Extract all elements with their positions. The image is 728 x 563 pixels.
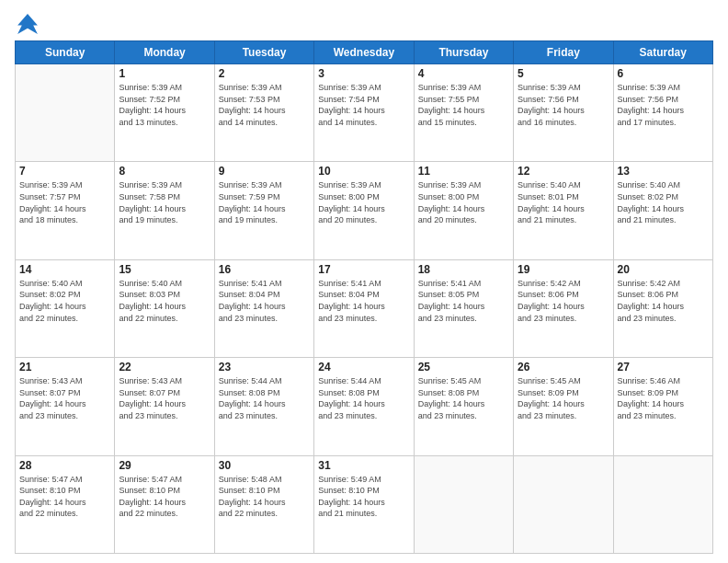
calendar-cell: 27Sunrise: 5:46 AM Sunset: 8:09 PM Dayli…	[613, 358, 712, 455]
calendar-cell: 16Sunrise: 5:41 AM Sunset: 8:04 PM Dayli…	[214, 259, 313, 357]
day-header-wednesday: Wednesday	[314, 41, 414, 64]
day-header-tuesday: Tuesday	[214, 41, 313, 64]
day-number: 26	[518, 361, 609, 373]
calendar-cell: 20Sunrise: 5:42 AM Sunset: 8:06 PM Dayli…	[613, 259, 712, 357]
day-number: 17	[318, 263, 409, 276]
day-info: Sunrise: 5:42 AM Sunset: 8:06 PM Dayligh…	[618, 278, 709, 324]
calendar-cell: 13Sunrise: 5:40 AM Sunset: 8:02 PM Dayli…	[613, 162, 712, 259]
day-info: Sunrise: 5:47 AM Sunset: 8:10 PM Dayligh…	[19, 474, 110, 520]
calendar-cell: 30Sunrise: 5:48 AM Sunset: 8:10 PM Dayli…	[214, 455, 313, 553]
day-info: Sunrise: 5:39 AM Sunset: 7:59 PM Dayligh…	[219, 179, 310, 225]
svg-marker-0	[17, 14, 38, 34]
day-info: Sunrise: 5:39 AM Sunset: 7:58 PM Dayligh…	[119, 179, 210, 225]
day-number: 10	[318, 165, 409, 178]
day-info: Sunrise: 5:39 AM Sunset: 7:56 PM Dayligh…	[618, 82, 709, 128]
day-info: Sunrise: 5:39 AM Sunset: 7:55 PM Dayligh…	[418, 82, 509, 128]
day-info: Sunrise: 5:46 AM Sunset: 8:09 PM Dayligh…	[618, 375, 709, 421]
day-number: 7	[19, 165, 110, 178]
day-info: Sunrise: 5:47 AM Sunset: 8:10 PM Dayligh…	[119, 474, 210, 520]
day-info: Sunrise: 5:42 AM Sunset: 8:06 PM Dayligh…	[518, 278, 609, 324]
day-info: Sunrise: 5:43 AM Sunset: 8:07 PM Dayligh…	[119, 375, 210, 421]
day-header-sunday: Sunday	[16, 41, 115, 64]
calendar-cell: 10Sunrise: 5:39 AM Sunset: 8:00 PM Dayli…	[314, 162, 414, 259]
logo	[15, 11, 44, 37]
calendar-cell: 9Sunrise: 5:39 AM Sunset: 7:59 PM Daylig…	[214, 162, 313, 259]
calendar-cell: 22Sunrise: 5:43 AM Sunset: 8:07 PM Dayli…	[115, 358, 214, 455]
day-info: Sunrise: 5:40 AM Sunset: 8:02 PM Dayligh…	[19, 278, 110, 324]
header	[15, 11, 713, 37]
day-number: 28	[19, 459, 110, 472]
day-number: 29	[119, 459, 210, 472]
day-number: 5	[518, 67, 609, 80]
day-info: Sunrise: 5:44 AM Sunset: 8:08 PM Dayligh…	[318, 375, 409, 421]
calendar-header: SundayMondayTuesdayWednesdayThursdayFrid…	[16, 41, 713, 64]
logo-icon	[15, 11, 40, 37]
day-number: 18	[418, 263, 509, 276]
calendar-cell: 1Sunrise: 5:39 AM Sunset: 7:52 PM Daylig…	[115, 64, 214, 162]
day-info: Sunrise: 5:43 AM Sunset: 8:07 PM Dayligh…	[19, 375, 110, 421]
calendar-cell: 8Sunrise: 5:39 AM Sunset: 7:58 PM Daylig…	[115, 162, 214, 259]
day-info: Sunrise: 5:39 AM Sunset: 7:57 PM Dayligh…	[19, 179, 110, 225]
calendar-cell: 11Sunrise: 5:39 AM Sunset: 8:00 PM Dayli…	[414, 162, 513, 259]
calendar-cell: 28Sunrise: 5:47 AM Sunset: 8:10 PM Dayli…	[16, 455, 115, 553]
header-row: SundayMondayTuesdayWednesdayThursdayFrid…	[16, 41, 713, 64]
day-info: Sunrise: 5:40 AM Sunset: 8:01 PM Dayligh…	[518, 179, 609, 225]
calendar-cell: 2Sunrise: 5:39 AM Sunset: 7:53 PM Daylig…	[214, 64, 313, 162]
day-info: Sunrise: 5:40 AM Sunset: 8:02 PM Dayligh…	[618, 179, 709, 225]
day-number: 1	[119, 67, 210, 80]
day-number: 11	[418, 165, 509, 178]
calendar-cell: 23Sunrise: 5:44 AM Sunset: 8:08 PM Dayli…	[214, 358, 313, 455]
day-number: 22	[119, 361, 210, 373]
calendar-cell	[514, 455, 613, 553]
calendar-cell: 12Sunrise: 5:40 AM Sunset: 8:01 PM Dayli…	[514, 162, 613, 259]
calendar-cell: 31Sunrise: 5:49 AM Sunset: 8:10 PM Dayli…	[314, 455, 414, 553]
calendar-cell: 25Sunrise: 5:45 AM Sunset: 8:08 PM Dayli…	[414, 358, 513, 455]
day-number: 12	[518, 165, 609, 178]
day-number: 13	[618, 165, 709, 178]
calendar-cell: 17Sunrise: 5:41 AM Sunset: 8:04 PM Dayli…	[314, 259, 414, 357]
day-header-thursday: Thursday	[414, 41, 513, 64]
day-info: Sunrise: 5:49 AM Sunset: 8:10 PM Dayligh…	[318, 474, 409, 520]
calendar-cell: 4Sunrise: 5:39 AM Sunset: 7:55 PM Daylig…	[414, 64, 513, 162]
day-number: 25	[418, 361, 509, 373]
day-number: 2	[219, 67, 310, 80]
day-header-monday: Monday	[115, 41, 214, 64]
calendar-cell	[613, 455, 712, 553]
day-number: 24	[318, 361, 409, 373]
calendar-body: 1Sunrise: 5:39 AM Sunset: 7:52 PM Daylig…	[16, 64, 713, 554]
calendar-cell: 5Sunrise: 5:39 AM Sunset: 7:56 PM Daylig…	[514, 64, 613, 162]
calendar-week-row: 1Sunrise: 5:39 AM Sunset: 7:52 PM Daylig…	[16, 64, 713, 162]
day-number: 30	[219, 459, 310, 472]
day-info: Sunrise: 5:41 AM Sunset: 8:04 PM Dayligh…	[318, 278, 409, 324]
day-info: Sunrise: 5:41 AM Sunset: 8:04 PM Dayligh…	[219, 278, 310, 324]
calendar-week-row: 21Sunrise: 5:43 AM Sunset: 8:07 PM Dayli…	[16, 358, 713, 455]
calendar-cell	[414, 455, 513, 553]
day-number: 23	[219, 361, 310, 373]
day-header-saturday: Saturday	[613, 41, 712, 64]
day-info: Sunrise: 5:39 AM Sunset: 8:00 PM Dayligh…	[318, 179, 409, 225]
day-number: 19	[518, 263, 609, 276]
day-number: 20	[618, 263, 709, 276]
calendar-week-row: 7Sunrise: 5:39 AM Sunset: 7:57 PM Daylig…	[16, 162, 713, 259]
day-number: 21	[19, 361, 110, 373]
day-info: Sunrise: 5:39 AM Sunset: 8:00 PM Dayligh…	[418, 179, 509, 225]
day-number: 3	[318, 67, 409, 80]
calendar-cell: 7Sunrise: 5:39 AM Sunset: 7:57 PM Daylig…	[16, 162, 115, 259]
calendar-cell: 21Sunrise: 5:43 AM Sunset: 8:07 PM Dayli…	[16, 358, 115, 455]
day-number: 15	[119, 263, 210, 276]
day-info: Sunrise: 5:39 AM Sunset: 7:52 PM Dayligh…	[119, 82, 210, 128]
day-info: Sunrise: 5:40 AM Sunset: 8:03 PM Dayligh…	[119, 278, 210, 324]
day-info: Sunrise: 5:39 AM Sunset: 7:53 PM Dayligh…	[219, 82, 310, 128]
calendar-week-row: 14Sunrise: 5:40 AM Sunset: 8:02 PM Dayli…	[16, 259, 713, 357]
calendar-cell: 19Sunrise: 5:42 AM Sunset: 8:06 PM Dayli…	[514, 259, 613, 357]
day-info: Sunrise: 5:45 AM Sunset: 8:08 PM Dayligh…	[418, 375, 509, 421]
day-number: 16	[219, 263, 310, 276]
calendar-cell: 6Sunrise: 5:39 AM Sunset: 7:56 PM Daylig…	[613, 64, 712, 162]
calendar-cell: 18Sunrise: 5:41 AM Sunset: 8:05 PM Dayli…	[414, 259, 513, 357]
calendar-cell: 14Sunrise: 5:40 AM Sunset: 8:02 PM Dayli…	[16, 259, 115, 357]
calendar-cell: 29Sunrise: 5:47 AM Sunset: 8:10 PM Dayli…	[115, 455, 214, 553]
day-number: 31	[318, 459, 409, 472]
day-number: 9	[219, 165, 310, 178]
day-info: Sunrise: 5:48 AM Sunset: 8:10 PM Dayligh…	[219, 474, 310, 520]
day-number: 4	[418, 67, 509, 80]
